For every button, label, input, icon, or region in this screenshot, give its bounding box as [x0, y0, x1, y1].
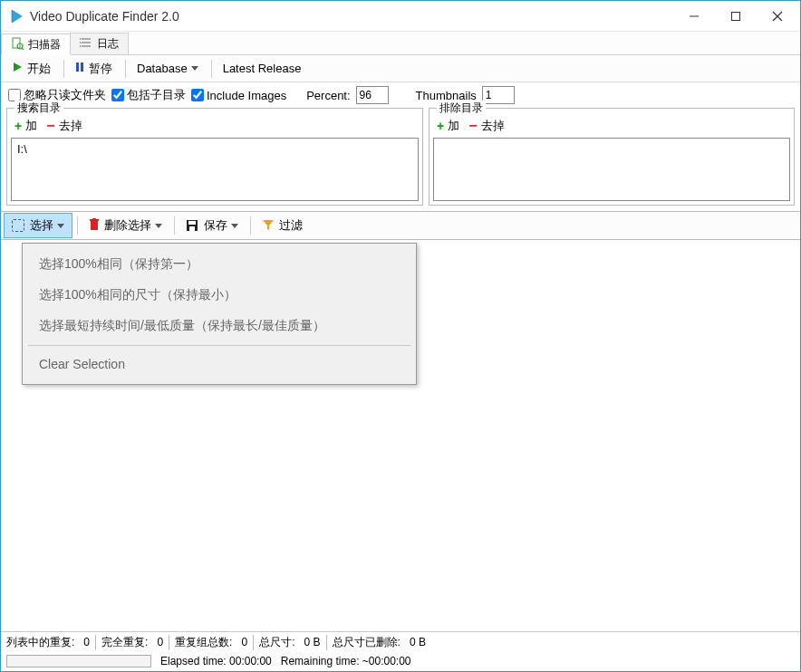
- svg-marker-24: [263, 220, 274, 230]
- plus-icon: +: [437, 119, 444, 133]
- svg-rect-22: [188, 221, 196, 225]
- tab-strip: 扫描器 日志: [1, 32, 800, 55]
- database-button[interactable]: Database: [130, 59, 206, 78]
- tab-log[interactable]: 日志: [70, 33, 129, 54]
- separator: [211, 60, 212, 78]
- tab-scanner[interactable]: 扫描器: [1, 34, 71, 55]
- separator: [63, 60, 64, 78]
- minimize-button[interactable]: [673, 2, 715, 31]
- fieldset-legend: 排除目录: [437, 101, 486, 116]
- svg-point-13: [80, 42, 81, 43]
- button-label: 删除选择: [104, 217, 151, 234]
- save-icon: [186, 219, 198, 232]
- elapsed-time: Elapsed time: 00:00:00: [160, 655, 272, 667]
- exclude-dirs-fieldset: 排除目录 + 加 − 去掉: [429, 108, 795, 206]
- svg-rect-6: [13, 38, 20, 48]
- search-dirs-fieldset: 搜索目录 + 加 − 去掉 I:\: [6, 108, 423, 206]
- button-label: 过滤: [279, 217, 303, 234]
- close-button[interactable]: [757, 2, 798, 31]
- menu-item-clear-selection[interactable]: Clear Selection: [23, 350, 416, 379]
- add-search-dir-button[interactable]: 加: [25, 118, 41, 134]
- window-title: Video Duplicate Finder 2.0: [30, 9, 673, 24]
- list-icon: [80, 36, 92, 52]
- progress-bar: [6, 655, 151, 667]
- magnify-doc-icon: [11, 37, 24, 53]
- separator: [174, 216, 175, 235]
- svg-rect-17: [81, 62, 83, 72]
- svg-rect-18: [91, 221, 98, 230]
- svg-rect-3: [732, 12, 740, 20]
- menu-item-100-size[interactable]: 选择100%相同的尺寸（保持最小）: [23, 280, 416, 311]
- options-row: 忽略只读文件夹 包括子目录 Include Images Percent: Th…: [1, 82, 800, 108]
- remove-search-dir-button[interactable]: 去掉: [59, 118, 82, 134]
- pause-button[interactable]: 暂停: [68, 58, 120, 80]
- svg-rect-23: [189, 226, 195, 231]
- play-icon: [12, 62, 23, 75]
- svg-point-14: [80, 45, 81, 47]
- checkbox[interactable]: [8, 89, 21, 101]
- list-item[interactable]: I:\: [17, 142, 412, 156]
- directories-row: 搜索目录 + 加 − 去掉 I:\ 排除目录 + 加 − 去掉: [1, 108, 800, 211]
- remove-exclude-dir-button[interactable]: 去掉: [481, 118, 505, 134]
- stat-full-dup: 完全重复: 0: [96, 635, 169, 650]
- chevron-down-icon: [155, 224, 162, 228]
- svg-line-8: [22, 48, 24, 50]
- percent-label: Percent:: [306, 89, 350, 102]
- menu-item-shortest-lowest[interactable]: 选择最短持续时间/最低质量（保持最长/最佳质量）: [23, 311, 416, 341]
- button-label: 选择: [30, 217, 53, 234]
- button-label: 开始: [27, 61, 51, 77]
- separator: [250, 216, 251, 235]
- tab-label: 扫描器: [28, 37, 61, 53]
- minus-icon: −: [468, 118, 477, 134]
- title-bar: Video Duplicate Finder 2.0: [1, 1, 800, 32]
- search-dirs-list[interactable]: I:\: [11, 138, 419, 201]
- chevron-down-icon: [231, 224, 238, 228]
- plus-icon: +: [14, 119, 22, 133]
- button-label: Latest Release: [223, 62, 302, 75]
- svg-rect-20: [92, 218, 96, 220]
- svg-rect-16: [76, 62, 79, 72]
- pause-icon: [75, 62, 84, 75]
- svg-point-12: [80, 38, 81, 40]
- button-label: Database: [137, 62, 188, 75]
- svg-marker-15: [14, 62, 22, 72]
- app-icon: [8, 8, 24, 24]
- selection-icon: [12, 219, 24, 232]
- delete-selection-button[interactable]: 删除选择: [82, 214, 169, 237]
- save-button[interactable]: 保存: [179, 214, 246, 237]
- button-label: 暂停: [89, 61, 112, 77]
- menu-item-100-identical[interactable]: 选择100%相同（保持第一）: [23, 249, 416, 280]
- minus-icon: −: [46, 118, 54, 134]
- percent-input[interactable]: [356, 86, 389, 104]
- trash-icon: [89, 218, 100, 234]
- separator: [77, 216, 78, 235]
- separator: [125, 60, 126, 78]
- checkbox[interactable]: [191, 89, 204, 101]
- status-bar-stats: 列表中的重复: 0 完全重复: 0 重复组总数: 0 总尺寸: 0 B 总尺寸已…: [1, 631, 800, 653]
- include-subdirs-checkbox[interactable]: 包括子目录: [111, 87, 186, 103]
- status-bar-time: Elapsed time: 00:00:00 Remaining time: ~…: [1, 653, 800, 671]
- remaining-time: Remaining time: ~00:00:00: [281, 655, 411, 667]
- maximize-button[interactable]: [715, 2, 757, 31]
- select-dropdown-button[interactable]: 选择: [4, 213, 72, 238]
- stat-dup-groups: 重复组总数: 0: [169, 635, 254, 650]
- start-button[interactable]: 开始: [5, 58, 58, 80]
- stat-total-size: 总尺寸: 0 B: [254, 635, 326, 650]
- exclude-dirs-list[interactable]: [433, 138, 790, 201]
- checkbox[interactable]: [111, 89, 124, 101]
- stat-dup-in-list: 列表中的重复: 0: [6, 635, 96, 650]
- select-dropdown-menu: 选择100%相同（保持第一） 选择100%相同的尺寸（保持最小） 选择最短持续时…: [22, 243, 417, 385]
- filter-button[interactable]: 过滤: [255, 214, 310, 237]
- button-label: 保存: [204, 217, 227, 234]
- chevron-down-icon: [191, 66, 198, 71]
- checkbox-label: Include Images: [207, 89, 286, 102]
- svg-marker-0: [12, 10, 22, 23]
- main-toolbar: 开始 暂停 Database Latest Release: [1, 55, 800, 82]
- thumbnails-input[interactable]: [482, 86, 515, 104]
- include-images-checkbox[interactable]: Include Images: [191, 89, 286, 102]
- add-exclude-dir-button[interactable]: 加: [448, 118, 463, 134]
- stat-total-deleted: 总尺寸已删除: 0 B: [327, 635, 431, 650]
- latest-release-button[interactable]: Latest Release: [216, 59, 309, 78]
- fieldset-legend: 搜索目录: [14, 101, 63, 116]
- action-toolbar: 选择 删除选择 保存 过滤: [1, 211, 800, 240]
